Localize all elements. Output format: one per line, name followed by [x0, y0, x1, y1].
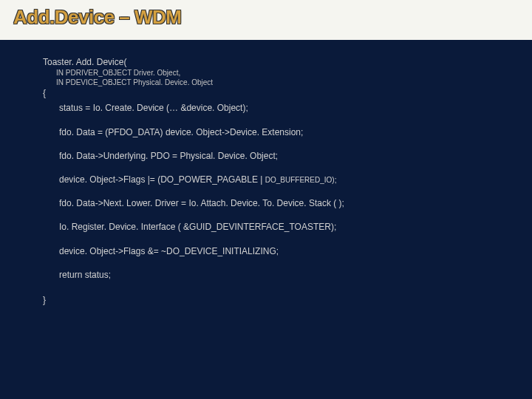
code-line-3: fdo. Data->Underlying. PDO = Physical. D… [43, 150, 532, 162]
param-2: IN PDEVICE_OBJECT Physical. Device. Obje… [43, 78, 532, 87]
title-bar: Add.Device – WDM [0, 0, 532, 40]
code-line-1: status = Io. Create. Device (… &device. … [43, 102, 532, 114]
open-brace: { [43, 87, 532, 99]
code-content: Toaster. Add. Device( IN PDRIVER_OBJECT … [0, 40, 532, 399]
slide-title: Add.Device – WDM [13, 6, 519, 29]
code-line-4a: device. Object->Flags |= (DO_POWER_PAGAB… [59, 174, 265, 185]
close-brace: } [43, 294, 532, 306]
code-line-4b: DO_BUFFERED_IO); [265, 176, 337, 184]
param-1: IN PDRIVER_OBJECT Driver. Object, [43, 68, 532, 78]
code-line-4: device. Object->Flags |= (DO_POWER_PAGAB… [43, 174, 532, 185]
function-declaration: Toaster. Add. Device( [43, 56, 532, 68]
code-line-5: fdo. Data->Next. Lower. Driver = Io. Att… [43, 197, 532, 209]
code-line-7: device. Object->Flags &= ~DO_DEVICE_INIT… [43, 245, 532, 257]
code-line-2: fdo. Data = (PFDO_DATA) device. Object->… [43, 126, 532, 138]
code-line-8: return status; [43, 269, 532, 281]
code-line-6: Io. Register. Device. Interface ( &GUID_… [43, 221, 532, 233]
